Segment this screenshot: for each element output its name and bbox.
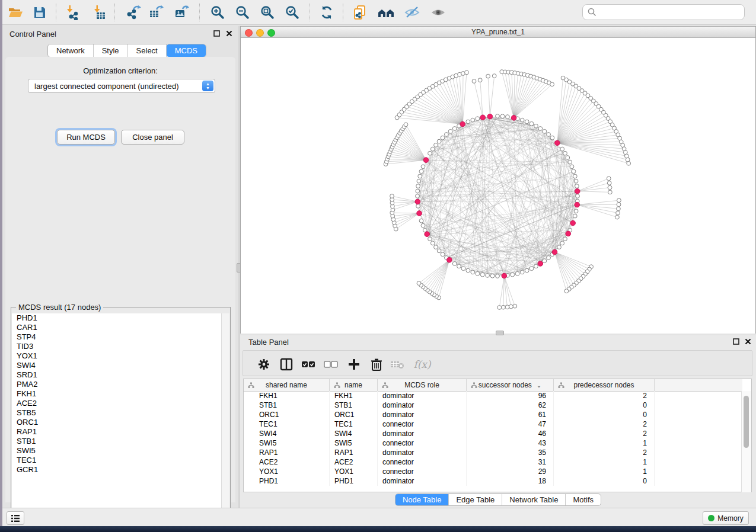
cell-successor-nodes[interactable]: 43 (467, 438, 554, 448)
table-scrollbar[interactable] (741, 391, 751, 492)
column-header-name[interactable]: name (330, 379, 378, 391)
tab-edge-table[interactable]: Edge Table (449, 494, 502, 505)
close-panel-icon[interactable] (744, 338, 752, 345)
mcds-result-item[interactable]: CAR1 (12, 323, 222, 332)
create-column-button[interactable] (346, 357, 362, 372)
table-settings-button[interactable] (256, 357, 272, 372)
cell-name[interactable]: ACE2 (330, 457, 378, 467)
mcds-result-item[interactable]: STP4 (12, 332, 222, 342)
mcds-result-item[interactable]: TEC1 (12, 456, 222, 465)
deselect-all-button[interactable] (323, 357, 339, 372)
mcds-result-item[interactable]: SRD1 (12, 370, 222, 380)
table-row[interactable]: PHD1PHD1dominator180 (244, 476, 742, 486)
cell-shared-name[interactable]: ORC1 (244, 410, 330, 419)
mcds-result-item[interactable]: SWI4 (12, 361, 222, 370)
cell-shared-name[interactable]: RAP1 (244, 448, 330, 457)
table-row[interactable]: SWI4SWI4dominator462 (244, 429, 742, 438)
cell-predecessor-nodes[interactable]: 0 (554, 410, 655, 419)
cell-shared-name[interactable]: ACE2 (244, 457, 330, 467)
cell-shared-name[interactable]: TEC1 (244, 419, 330, 429)
mcds-result-item[interactable]: SWI5 (12, 446, 222, 456)
table-row[interactable]: ORC1ORC1dominator610 (244, 410, 742, 419)
cell-predecessor-nodes[interactable]: 0 (554, 400, 655, 410)
mcds-result-item[interactable]: STB1 (12, 437, 222, 446)
cell-successor-nodes[interactable]: 62 (467, 400, 554, 410)
cell-name[interactable]: TEC1 (330, 419, 378, 429)
mcds-list-scrollbar[interactable] (221, 313, 229, 527)
cell-mcds-role[interactable]: connector (378, 419, 467, 429)
import-table-button[interactable] (89, 2, 109, 23)
tab-mcds[interactable]: MCDS (167, 44, 206, 57)
duplicate-network-button[interactable] (350, 2, 370, 23)
tab-select[interactable]: Select (128, 44, 167, 57)
tab-network-table[interactable]: Network Table (502, 494, 566, 505)
save-session-button[interactable] (30, 2, 50, 23)
task-history-button[interactable] (7, 511, 24, 525)
table-row[interactable]: SWI5SWI5connector431 (244, 438, 742, 448)
cell-predecessor-nodes[interactable]: 1 (554, 438, 655, 448)
mcds-result-item[interactable]: ACE2 (12, 399, 222, 408)
delete-column-button[interactable] (369, 357, 384, 372)
cell-shared-name[interactable]: PHD1 (244, 476, 330, 486)
cell-shared-name[interactable]: YOX1 (244, 467, 330, 476)
close-panel-icon[interactable] (225, 30, 233, 37)
cell-name[interactable]: RAP1 (330, 448, 378, 457)
run-mcds-button[interactable]: Run MCDS (57, 130, 115, 145)
cell-predecessor-nodes[interactable]: 1 (554, 467, 655, 476)
cell-mcds-role[interactable]: connector (378, 457, 467, 467)
open-session-button[interactable] (5, 2, 25, 23)
column-header-successor-nodes[interactable]: successor nodes⌄ (467, 379, 554, 391)
cell-successor-nodes[interactable]: 46 (467, 429, 554, 438)
cell-mcds-role[interactable]: dominator (378, 391, 467, 400)
cell-successor-nodes[interactable]: 31 (467, 457, 554, 467)
zoom-selected-button[interactable] (282, 2, 302, 23)
cell-mcds-role[interactable]: dominator (378, 429, 467, 438)
cell-successor-nodes[interactable]: 35 (467, 448, 554, 457)
cell-shared-name[interactable]: STB1 (244, 400, 330, 410)
column-header-MCDS-role[interactable]: MCDS role (378, 379, 467, 391)
mcds-result-item[interactable]: PHD1 (12, 313, 222, 323)
zoom-in-button[interactable] (208, 2, 228, 23)
cell-predecessor-nodes[interactable]: 2 (554, 419, 655, 429)
cell-name[interactable]: STB1 (330, 400, 378, 410)
cell-mcds-role[interactable]: dominator (378, 476, 467, 486)
cell-name[interactable]: YOX1 (330, 467, 378, 476)
cell-name[interactable]: SWI4 (330, 429, 378, 438)
mcds-result-item[interactable]: ORC1 (12, 418, 222, 427)
cell-mcds-role[interactable]: connector (378, 438, 467, 448)
import-network-button[interactable] (62, 2, 82, 23)
first-neighbors-button[interactable] (376, 2, 396, 23)
cell-predecessor-nodes[interactable]: 2 (554, 429, 655, 438)
table-row[interactable]: ACE2ACE2connector311 (244, 457, 742, 467)
cell-shared-name[interactable]: SWI5 (244, 438, 330, 448)
cell-mcds-role[interactable]: dominator (378, 410, 467, 419)
export-image-button[interactable] (171, 2, 192, 23)
cell-successor-nodes[interactable]: 96 (467, 391, 554, 400)
tab-node-table[interactable]: Node Table (395, 494, 449, 505)
tab-motifs[interactable]: Motifs (566, 494, 601, 505)
mcds-result-item[interactable]: FKH1 (12, 389, 222, 399)
cell-predecessor-nodes[interactable]: 0 (554, 476, 655, 486)
cell-successor-nodes[interactable]: 47 (467, 419, 554, 429)
network-canvas[interactable] (241, 38, 755, 334)
mcds-result-item[interactable]: PMA2 (12, 380, 222, 389)
cell-mcds-role[interactable]: dominator (378, 448, 467, 457)
zoom-fit-button[interactable] (257, 2, 277, 23)
mcds-result-item[interactable]: STB5 (12, 408, 222, 418)
select-all-button[interactable] (301, 357, 316, 372)
cell-name[interactable]: SWI5 (330, 438, 378, 448)
mcds-result-item[interactable]: YOX1 (12, 351, 222, 361)
cell-mcds-role[interactable]: dominator (378, 400, 467, 410)
cell-successor-nodes[interactable]: 61 (467, 410, 554, 419)
apply-layout-button[interactable] (317, 2, 337, 23)
column-header-predecessor-nodes[interactable]: predecessor nodes (554, 379, 655, 391)
mcds-result-item[interactable]: GCR1 (12, 465, 222, 475)
cell-successor-nodes[interactable]: 18 (467, 476, 554, 486)
export-network-button[interactable] (123, 2, 143, 23)
table-scrollbar-thumb[interactable] (744, 396, 749, 448)
criterion-dropdown[interactable]: largest connected component (undirected)… (28, 79, 215, 93)
show-columns-button[interactable] (279, 357, 294, 372)
cell-predecessor-nodes[interactable]: 1 (554, 457, 655, 467)
memory-button[interactable]: Memory (703, 511, 749, 525)
close-panel-button[interactable]: Close panel (121, 130, 184, 145)
